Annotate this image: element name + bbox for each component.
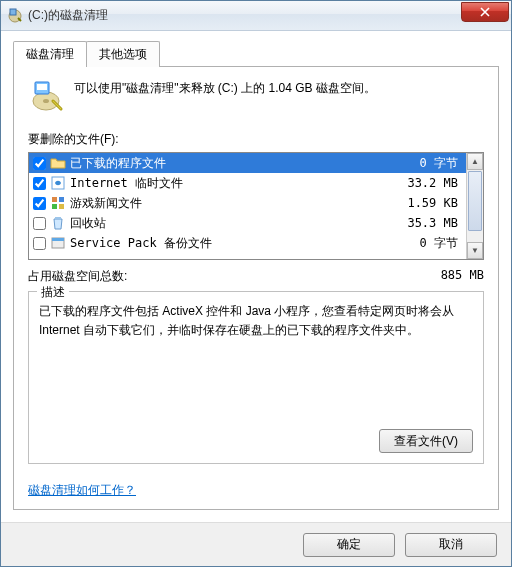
scroll-track[interactable] [467,232,483,242]
row-checkbox[interactable] [33,157,46,170]
game-icon [50,195,66,211]
row-checkbox[interactable] [33,237,46,250]
row-name: 游戏新闻文件 [70,195,403,212]
description-legend: 描述 [37,284,69,301]
list-item[interactable]: 已下载的程序文件 0 字节 [29,153,466,173]
row-checkbox[interactable] [33,197,46,210]
row-size: 0 字节 [420,155,462,172]
svg-rect-5 [37,84,47,90]
intro-text: 可以使用"磁盘清理"来释放 (C:) 上的 1.04 GB 磁盘空间。 [74,79,376,115]
window-title: (C:)的磁盘清理 [28,7,461,24]
recycle-bin-icon [50,215,66,231]
total-label: 占用磁盘空间总数: [28,268,441,285]
cancel-button[interactable]: 取消 [405,533,497,557]
description-group: 描述 已下载的程序文件包括 ActiveX 控件和 Java 小程序，您查看特定… [28,291,484,464]
svg-rect-9 [52,204,57,209]
client-area: 磁盘清理 其他选项 可以使用"磁盘清理"来释放 (C:) 上的 1.04 GB … [1,31,511,522]
intro-row: 可以使用"磁盘清理"来释放 (C:) 上的 1.04 GB 磁盘空间。 [28,79,484,115]
close-button[interactable] [461,2,509,22]
svg-rect-1 [10,9,16,15]
description-text: 已下载的程序文件包括 ActiveX 控件和 Java 小程序，您查看特定网页时… [39,302,473,340]
dialog-window: (C:)的磁盘清理 磁盘清理 其他选项 [0,0,512,567]
row-size: 33.2 MB [407,176,462,190]
list-item[interactable]: Service Pack 备份文件 0 字节 [29,233,466,253]
svg-point-3 [43,99,49,103]
scroll-down-button[interactable]: ▼ [467,242,483,259]
row-size: 0 字节 [420,235,462,252]
row-size: 1.59 KB [407,196,462,210]
row-checkbox[interactable] [33,217,46,230]
list-item[interactable]: 回收站 35.3 MB [29,213,466,233]
service-pack-icon [50,235,66,251]
list-item[interactable]: Internet 临时文件 33.2 MB [29,173,466,193]
scroll-thumb[interactable] [468,171,482,231]
close-icon [480,7,490,17]
row-name: 回收站 [70,215,403,232]
dialog-footer: 确定 取消 [1,522,511,566]
help-link[interactable]: 磁盘清理如何工作？ [28,482,484,499]
svg-rect-7 [52,197,57,202]
tab-panel-cleanup: 可以使用"磁盘清理"来释放 (C:) 上的 1.04 GB 磁盘空间。 要删除的… [13,66,499,510]
file-list: 已下载的程序文件 0 字节 Internet 临时文件 33.2 MB [28,152,484,260]
tab-strip: 磁盘清理 其他选项 [13,41,499,67]
list-item[interactable]: 游戏新闻文件 1.59 KB [29,193,466,213]
total-value: 885 MB [441,268,484,285]
file-list-rows: 已下载的程序文件 0 字节 Internet 临时文件 33.2 MB [29,153,466,259]
ok-button[interactable]: 确定 [303,533,395,557]
scroll-up-button[interactable]: ▲ [467,153,483,170]
view-files-button[interactable]: 查看文件(V) [379,429,473,453]
folder-icon [50,155,66,171]
disk-cleanup-icon [7,8,23,24]
tab-disk-cleanup[interactable]: 磁盘清理 [13,41,87,67]
files-to-delete-label: 要删除的文件(F): [28,131,484,148]
disk-cleanup-large-icon [28,79,64,115]
ie-icon [50,175,66,191]
svg-rect-13 [52,238,64,241]
svg-rect-10 [59,204,64,209]
svg-rect-11 [55,217,61,219]
row-checkbox[interactable] [33,177,46,190]
total-space-row: 占用磁盘空间总数: 885 MB [28,268,484,285]
row-name: Internet 临时文件 [70,175,403,192]
row-size: 35.3 MB [407,216,462,230]
row-name: 已下载的程序文件 [70,155,416,172]
tab-other-options[interactable]: 其他选项 [86,41,160,67]
titlebar: (C:)的磁盘清理 [1,1,511,31]
row-name: Service Pack 备份文件 [70,235,416,252]
svg-rect-8 [59,197,64,202]
scrollbar[interactable]: ▲ ▼ [466,153,483,259]
